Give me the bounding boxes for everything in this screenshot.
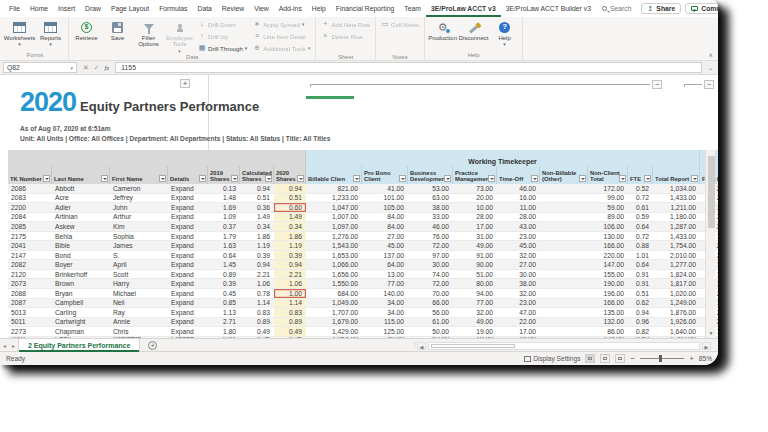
zoom-slider[interactable]	[640, 358, 684, 359]
worksheets-button[interactable]: Worksheets▾	[4, 18, 35, 52]
zoom-in-button[interactable]: +	[689, 355, 694, 363]
drill-through-button[interactable]: ▦Drill Through▾	[195, 42, 250, 54]
ribbon-tab-file[interactable]: File	[4, 0, 25, 17]
filter-dropdown-icon[interactable]	[531, 175, 538, 182]
sheet-nav-left-icon[interactable]: ◂	[0, 342, 9, 349]
new-sheet-button[interactable]: +	[148, 341, 157, 350]
filter-dropdown-icon[interactable]	[399, 175, 406, 182]
cancel-icon[interactable]: ✕	[83, 64, 89, 72]
cell-details[interactable]: Expand	[168, 270, 208, 279]
cell-notes-button[interactable]: ▭Cell Notes	[378, 18, 422, 30]
filter-dropdown-icon[interactable]	[444, 175, 451, 182]
help-button[interactable]: ?Help▾	[489, 18, 520, 52]
cell-details[interactable]: Expand	[168, 289, 208, 298]
cell-details[interactable]: Expand	[168, 299, 208, 308]
name-box-caret-icon[interactable]: ▾	[70, 65, 73, 71]
filter-dropdown-icon[interactable]	[199, 175, 206, 182]
cell-details[interactable]: Expand	[168, 251, 208, 260]
filter-dropdown-icon[interactable]	[231, 175, 238, 182]
zoom-slider-thumb[interactable]	[659, 355, 662, 362]
filter-dropdown-icon[interactable]	[644, 175, 651, 182]
insert-function-icon[interactable]: fx	[104, 64, 109, 71]
collapse-ribbon-icon[interactable]: ∧	[709, 51, 713, 58]
save-button[interactable]: Save	[102, 18, 133, 54]
sheet-nav-right-icon[interactable]: ▸	[9, 342, 18, 349]
apply-spread-button[interactable]: ∗Apply Spread▾	[250, 18, 313, 30]
cell-details[interactable]: Expand	[168, 213, 208, 222]
ribbon-tab-page-layout[interactable]: Page Layout	[106, 0, 154, 17]
ribbon-tab-data[interactable]: Data	[192, 0, 216, 17]
display-settings-button[interactable]: Display Settings	[524, 355, 580, 362]
cell-details[interactable]: Expand	[168, 318, 208, 327]
expand-formula-bar-icon[interactable]: ⌄	[708, 64, 713, 71]
add-new-row-button[interactable]: +Add New Row	[318, 18, 373, 30]
scroll-down-icon[interactable]: ▼	[706, 329, 716, 338]
cell-details[interactable]: Expand	[168, 222, 208, 231]
zoom-level[interactable]: 85%	[699, 355, 712, 362]
ribbon-tab-review[interactable]: Review	[217, 0, 249, 17]
ribbon-tab-3e-prolaw-acct-builder-v3[interactable]: 3E/ProLaw ACCT Builder v3	[501, 0, 596, 17]
add-new-row-label: Add New Row	[331, 21, 370, 28]
cell-details[interactable]: Expand	[168, 203, 208, 212]
page-layout-view-button[interactable]	[600, 354, 610, 363]
line-item-detail-button[interactable]: ≡Line Item Detail	[250, 30, 313, 42]
search-box[interactable]: Search	[596, 4, 638, 13]
cell-details[interactable]: Expand	[168, 184, 208, 193]
cell-details[interactable]: Expand	[168, 260, 208, 269]
normal-view-button[interactable]	[585, 354, 595, 363]
page-break-view-button[interactable]	[615, 354, 625, 363]
ribbon-tab-insert[interactable]: Insert	[53, 0, 80, 17]
cell-details[interactable]: Expand	[168, 194, 208, 203]
name-box[interactable]: Q82 ▾	[3, 62, 77, 73]
cell-details[interactable]: Expand	[168, 279, 208, 288]
ribbon-tab-view[interactable]: View	[249, 0, 274, 17]
cell-details[interactable]: Expand	[168, 241, 208, 250]
filter-dropdown-icon[interactable]	[579, 175, 586, 182]
additional-tools-button[interactable]: ⊕Additional Tools▾	[250, 42, 313, 54]
outline-collapse-button-2[interactable]: −	[704, 80, 714, 89]
share-button[interactable]: ↥ Share	[641, 3, 681, 14]
cell-details[interactable]: Expand	[168, 327, 208, 336]
cell-details[interactable]: Expand	[168, 308, 208, 317]
filter-dropdown-icon[interactable]	[297, 175, 304, 182]
filter-dropdown-icon[interactable]	[101, 175, 108, 182]
ribbon-tab-team[interactable]: Team	[399, 0, 426, 17]
comments-button[interactable]: Comments	[685, 3, 718, 14]
vertical-scrollbar-thumb[interactable]	[708, 156, 715, 228]
scroll-right-icon[interactable]: ▶	[702, 342, 711, 350]
filter-dropdown-icon[interactable]	[265, 175, 272, 182]
filter-dropdown-icon[interactable]	[353, 175, 360, 182]
ribbon-tab-add-ins[interactable]: Add-ins	[274, 0, 307, 17]
drill-up-button[interactable]: ↑Drill Up	[195, 30, 250, 42]
filter-options-button[interactable]: Filter Options	[133, 18, 164, 54]
ribbon-tab-help[interactable]: Help	[307, 0, 331, 17]
disconnect-button[interactable]: Disconnect	[458, 18, 489, 52]
scroll-left-icon[interactable]: ◀	[417, 342, 426, 350]
formula-input[interactable]: 1155	[115, 62, 702, 73]
horizontal-scrollbar[interactable]	[428, 342, 700, 350]
sheet-area[interactable]: + − − 2020Equity Partners Performance As…	[0, 75, 718, 338]
vertical-scrollbar[interactable]: ▼	[705, 150, 715, 338]
ribbon-tab-3e-prolaw-acct-v3[interactable]: 3E/ProLaw ACCT v3	[426, 0, 501, 17]
reports-button[interactable]: Reports▾	[35, 18, 66, 52]
ribbon-tab-financial-reporting[interactable]: Financial Reporting	[331, 0, 400, 17]
employee-tools-button[interactable]: Employee Tools▾	[164, 18, 195, 54]
delete-row-button[interactable]: ×Delete Row	[318, 30, 373, 42]
filter-dropdown-icon[interactable]	[691, 175, 698, 182]
ribbon-tab-home[interactable]: Home	[25, 0, 53, 17]
filter-dropdown-icon[interactable]	[159, 175, 166, 182]
horizontal-scrollbar-thumb[interactable]	[431, 344, 515, 349]
retrieve-button[interactable]: $Retrieve	[71, 18, 102, 54]
filter-dropdown-icon[interactable]	[488, 175, 495, 182]
filter-dropdown-icon[interactable]	[619, 175, 626, 182]
production-button[interactable]: ⚙Production	[427, 18, 458, 52]
ribbon-tab-formulas[interactable]: Formulas	[154, 0, 192, 17]
zoom-out-button[interactable]: −	[630, 355, 635, 363]
cell-details[interactable]: Expand	[168, 232, 208, 241]
sheet-tab-active[interactable]: 2 Equity Partners Performance	[18, 339, 140, 352]
filter-dropdown-icon[interactable]	[43, 175, 50, 182]
enter-icon[interactable]: ✓	[94, 64, 100, 72]
drill-down-button[interactable]: ↓Drill Down	[195, 18, 250, 30]
outline-collapse-button[interactable]: −	[652, 80, 662, 89]
ribbon-tab-draw[interactable]: Draw	[80, 0, 106, 17]
